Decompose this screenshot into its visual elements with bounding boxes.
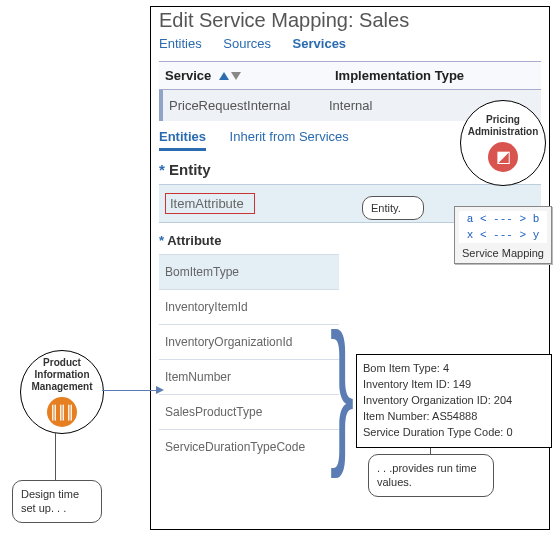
runtime-line: Bom Item Type: 4 (363, 361, 545, 377)
edit-service-mapping-panel: Edit Service Mapping: Sales Entities Sou… (150, 6, 550, 530)
runtime-values-callout: . . .provides run time values. (368, 454, 494, 497)
attribute-list: BomItemType InventoryItemId InventoryOrg… (159, 254, 339, 464)
sort-asc-icon[interactable] (219, 72, 229, 80)
attribute-item[interactable]: SalesProductType (159, 394, 339, 429)
cell-impl: Internal (329, 98, 372, 113)
runtime-values-box: Bom Item Type: 4 Inventory Item ID: 149 … (356, 354, 552, 448)
top-tabs: Entities Sources Services (151, 36, 549, 51)
design-time-callout: Design time set up. . . (12, 480, 102, 523)
barcode-icon: ∥∥∥ (47, 397, 77, 427)
service-mapping-label: Service Mapping (459, 247, 547, 259)
services-grid-header: Service Implementation Type (159, 61, 541, 90)
tab-entities-inner[interactable]: Entities (159, 129, 206, 151)
attribute-item[interactable]: BomItemType (159, 254, 339, 289)
entity-callout: Entity. (362, 196, 424, 220)
cell-service: PriceRequestInternal (169, 98, 329, 113)
col-header-service[interactable]: Service (165, 68, 325, 83)
runtime-line: Service Duration Type Code: 0 (363, 425, 545, 441)
tab-inherit[interactable]: Inherit from Services (230, 129, 349, 148)
service-mapping-line1: a < --- > b (459, 211, 547, 227)
tab-sources[interactable]: Sources (223, 36, 271, 51)
connector-pim-design (55, 432, 56, 480)
sort-desc-icon[interactable] (231, 72, 241, 80)
runtime-line: Inventory Organization ID: 204 (363, 393, 545, 409)
sort-icons[interactable] (219, 72, 241, 80)
runtime-line: Inventory Item ID: 149 (363, 377, 545, 393)
attribute-item[interactable]: InventoryItemId (159, 289, 339, 324)
pricing-icon: ◩ (488, 142, 518, 172)
pim-label: Product Information Management (21, 357, 103, 393)
attribute-item[interactable]: ItemNumber (159, 359, 339, 394)
pricing-admin-bubble: Pricing Administration ◩ (460, 100, 546, 186)
entity-value[interactable]: ItemAttribute (165, 193, 255, 214)
pim-bubble: Product Information Management ∥∥∥ (20, 350, 104, 434)
page-title: Edit Service Mapping: Sales (151, 7, 549, 36)
attribute-item[interactable]: ServiceDurationTypeCode (159, 429, 339, 464)
arrow-pim-line (102, 390, 156, 391)
tab-entities[interactable]: Entities (159, 36, 202, 51)
tab-services[interactable]: Services (293, 36, 347, 51)
service-mapping-line2: x < --- > y (459, 227, 547, 243)
runtime-line: Item Number: AS54888 (363, 409, 545, 425)
attribute-item[interactable]: InventoryOrganizationId (159, 324, 339, 359)
service-mapping-box: a < --- > b x < --- > y Service Mapping (454, 206, 552, 264)
pricing-admin-label: Pricing Administration (461, 114, 545, 138)
col-header-service-label: Service (165, 68, 211, 83)
arrow-pim-head-icon (156, 386, 164, 394)
col-header-impl[interactable]: Implementation Type (335, 68, 464, 83)
